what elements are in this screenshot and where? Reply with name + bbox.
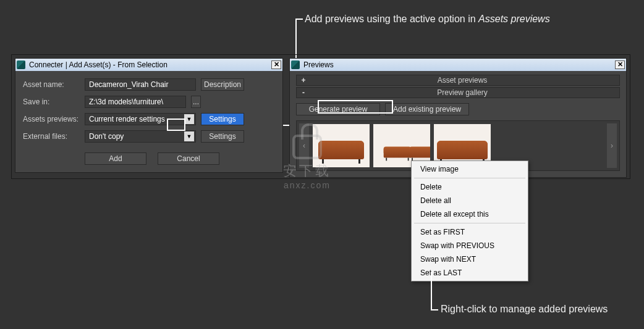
menu-swap-previous[interactable]: Swap with PREVIOUS: [412, 239, 528, 252]
assets-previews-value: Current render settings: [89, 115, 165, 123]
window-title-left: Connecter | Add Asset(s) - From Selectio…: [28, 60, 271, 69]
menu-swap-next[interactable]: Swap with NEXT: [412, 252, 528, 266]
add-button[interactable]: Add: [85, 152, 146, 165]
nav-left-button[interactable]: ‹: [299, 123, 309, 168]
assets-previews-dropdown[interactable]: Current render settings ▼: [85, 113, 196, 125]
menu-separator: [414, 223, 525, 223]
menu-delete[interactable]: Delete: [412, 180, 528, 194]
close-button-left[interactable]: ✕: [271, 60, 281, 69]
menu-view-image[interactable]: View image: [412, 162, 528, 176]
callout-line: [431, 309, 438, 310]
browse-button[interactable]: ...: [191, 96, 201, 108]
app-icon: [17, 60, 25, 69]
accordion-asset-previews[interactable]: + Asset previews: [296, 75, 620, 86]
minus-icon: -: [299, 88, 308, 97]
asset-previews-label: Asset previews: [308, 76, 617, 85]
accordion-preview-gallery[interactable]: - Preview gallery: [296, 87, 620, 98]
window-body-left: Asset name: Description Save in: Z:\3d m…: [15, 71, 282, 172]
assets-previews-label: Assets previews:: [23, 115, 85, 123]
external-files-value: Don't copy: [89, 132, 124, 141]
callout-line: [431, 272, 432, 310]
preview-gallery-label: Preview gallery: [308, 88, 617, 97]
asset-name-input[interactable]: [85, 78, 196, 91]
titlebar-right: Previews ✕: [290, 59, 626, 71]
menu-set-first[interactable]: Set as FIRST: [412, 225, 528, 239]
plus-icon: +: [299, 76, 308, 85]
watermark-line2: anxz.com: [283, 180, 331, 190]
callout-line: [295, 19, 303, 20]
cancel-button[interactable]: Cancel: [158, 152, 219, 165]
menu-separator: [414, 178, 525, 178]
settings-button[interactable]: Settings: [201, 130, 244, 143]
thumbnail-1[interactable]: [313, 124, 370, 167]
chevron-down-icon: ▼: [184, 131, 194, 141]
annotation-bottom: Right-click to manage added previews: [441, 304, 608, 315]
menu-delete-all[interactable]: Delete all: [412, 194, 528, 207]
chevron-down-icon: ▼: [184, 114, 194, 124]
annotation-top-em: Assets previews: [478, 14, 550, 24]
titlebar-left: Connecter | Add Asset(s) - From Selectio…: [15, 59, 282, 71]
window-add-assets: Connecter | Add Asset(s) - From Selectio…: [15, 58, 283, 173]
window-title-right: Previews: [302, 60, 615, 69]
asset-name-label: Asset name:: [23, 80, 85, 89]
save-in-value: Z:\3d models\furniture\: [89, 98, 163, 106]
menu-delete-all-except[interactable]: Delete all except this: [412, 207, 528, 221]
generate-preview-button[interactable]: Generate preview: [296, 103, 380, 115]
app-icon: [291, 60, 300, 69]
menu-set-last[interactable]: Set as LAST: [412, 266, 528, 280]
description-button[interactable]: Description: [201, 78, 244, 91]
save-in-dropdown[interactable]: Z:\3d models\furniture\: [85, 96, 186, 108]
annotation-top: Add previews using the active option in …: [305, 14, 550, 25]
settings-button-blue[interactable]: Settings: [201, 113, 244, 125]
external-files-label: External files:: [23, 132, 85, 141]
add-existing-preview-button[interactable]: Add existing preview: [385, 103, 469, 115]
annotation-top-text: Add previews using the active option in: [305, 14, 478, 24]
context-menu: View image Delete Delete all Delete all …: [411, 160, 528, 281]
window-previews: Previews ✕ + Asset previews - Preview ga…: [289, 58, 627, 178]
external-files-dropdown[interactable]: Don't copy ▼: [85, 130, 196, 143]
save-in-label: Save in:: [23, 98, 85, 106]
nav-right-button[interactable]: ›: [607, 123, 617, 168]
close-button-right[interactable]: ✕: [615, 60, 625, 69]
